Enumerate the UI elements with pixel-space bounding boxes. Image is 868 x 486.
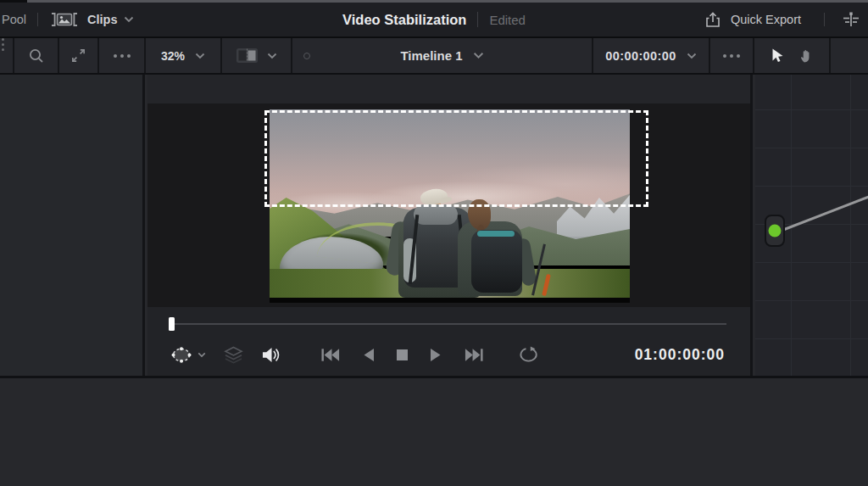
- hiker-right-backpack: [471, 230, 522, 293]
- chevron-down-icon: [267, 53, 277, 59]
- playback-controls: [320, 339, 540, 370]
- expand-viewer-button[interactable]: [59, 38, 99, 73]
- resize-handle[interactable]: [27, 0, 868, 3]
- split-view-icon: [236, 47, 259, 64]
- viewer-options-button[interactable]: [99, 38, 146, 73]
- go-to-start-button[interactable]: [320, 348, 340, 362]
- pointer-icon: [769, 47, 784, 64]
- ellipsis-icon: [114, 54, 131, 58]
- keyframe-editor-panel[interactable]: [755, 75, 868, 376]
- search-icon: [28, 47, 45, 64]
- overflow-dots-icon: [0, 38, 14, 73]
- project-title-group: Video Stabilization Edited: [342, 3, 526, 36]
- transform-overlay-button[interactable]: [170, 345, 206, 365]
- go-to-end-icon: [465, 348, 484, 362]
- chevron-down-icon: [195, 53, 205, 59]
- media-pool-tab-label[interactable]: Pool: [0, 13, 26, 26]
- chevron-down-icon: [687, 53, 697, 59]
- hand-tool-button[interactable]: [798, 47, 815, 64]
- top-bar-right-group: Quick Export: [704, 3, 868, 36]
- top-bar: Pool Clips Video Stabilization Edited: [0, 3, 868, 38]
- play-reverse-button[interactable]: [361, 348, 375, 362]
- hiker-left-backpack-top: [414, 204, 458, 225]
- hand-icon: [798, 47, 815, 64]
- clips-dropdown-label[interactable]: Clips: [87, 13, 117, 26]
- clips-view-icon[interactable]: [49, 11, 80, 28]
- speaker-icon: [261, 347, 281, 363]
- expand-icon: [70, 47, 86, 64]
- divider: [824, 13, 825, 26]
- pointer-tools-group: [754, 38, 831, 73]
- divider: [37, 13, 38, 26]
- timeline-panel[interactable]: [0, 378, 868, 486]
- mute-button[interactable]: [261, 347, 281, 363]
- stop-icon: [396, 349, 409, 361]
- timeline-name: Timeline 1: [400, 48, 462, 63]
- transport-bar: 01:00:00:00: [147, 307, 750, 376]
- timeline-selector[interactable]: Timeline 1: [292, 38, 593, 73]
- search-button[interactable]: [14, 38, 59, 73]
- source-timecode-dropdown[interactable]: 00:00:00:00: [593, 38, 710, 73]
- layers-button[interactable]: [223, 345, 244, 365]
- viewer-header: [147, 75, 750, 103]
- layers-icon: [223, 345, 244, 365]
- keyframe-node-dot: [769, 225, 782, 237]
- play-button[interactable]: [430, 348, 443, 362]
- hiker-right-backpack-accent: [477, 231, 515, 237]
- viewer-picture-area: [147, 103, 750, 307]
- go-to-end-button[interactable]: [465, 348, 484, 362]
- top-bar-left-group: Pool Clips: [0, 3, 134, 36]
- zoom-level-dropdown[interactable]: 32%: [146, 38, 222, 73]
- video-letterbox: [270, 298, 630, 303]
- export-icon[interactable]: [704, 11, 722, 29]
- toolbar-spacer: [831, 38, 868, 73]
- viewer-toolbar: 32% Timeline 1 00:00:00:00: [0, 38, 868, 75]
- pointer-tool-button[interactable]: [769, 47, 784, 64]
- play-reverse-icon: [361, 348, 375, 362]
- ellipsis-icon: [723, 54, 740, 58]
- playhead-marker[interactable]: [169, 317, 175, 331]
- timeline-ring-icon: [303, 53, 310, 59]
- viewer-panel: 01:00:00:00: [147, 75, 753, 376]
- timeline-options-button[interactable]: [710, 38, 754, 73]
- chevron-down-icon[interactable]: [124, 16, 134, 23]
- zoom-level-value: 32%: [161, 49, 185, 63]
- scrub-track[interactable]: [170, 323, 726, 325]
- go-to-start-icon: [320, 348, 340, 362]
- media-pool-panel[interactable]: [0, 75, 145, 376]
- divider: [477, 12, 478, 27]
- quick-export-button[interactable]: Quick Export: [731, 13, 801, 26]
- chevron-down-icon: [198, 352, 206, 358]
- play-icon: [430, 348, 443, 362]
- spline-graph: [755, 75, 868, 376]
- loop-button[interactable]: [517, 346, 540, 364]
- viewer-controls-left: [170, 339, 281, 370]
- current-timecode: 01:00:00:00: [635, 339, 725, 370]
- split-view-dropdown[interactable]: [222, 38, 292, 73]
- stop-button[interactable]: [396, 349, 409, 361]
- source-timecode-value: 00:00:00:00: [605, 49, 676, 63]
- page-title: Video Stabilization: [342, 12, 466, 28]
- project-status-label: Edited: [489, 13, 526, 27]
- transform-overlay-icon: [170, 345, 193, 365]
- spline-curve: [783, 197, 868, 230]
- adjust-settings-icon[interactable]: [841, 11, 861, 28]
- window-resize-strip: [0, 0, 868, 3]
- loop-icon: [517, 346, 540, 364]
- chevron-down-icon: [473, 52, 484, 59]
- stabilization-selection-box[interactable]: [264, 110, 648, 207]
